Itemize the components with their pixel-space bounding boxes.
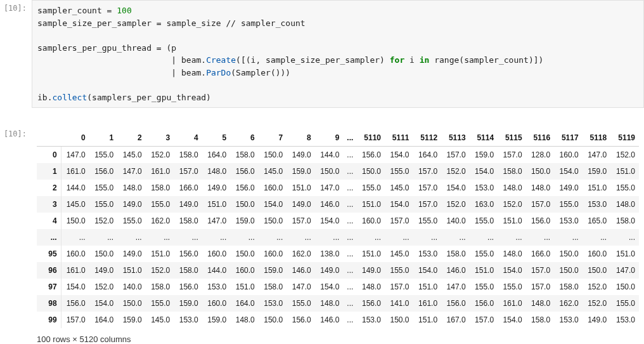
cell-value: 149.0: [117, 196, 146, 213]
cell-value: 151.0: [117, 262, 146, 279]
cell-value: 150.0: [526, 163, 555, 180]
cell-value: 148.0: [357, 279, 385, 295]
cell-value: 161.0: [498, 295, 526, 312]
cell-value: 155.0: [89, 147, 118, 164]
cell-value: 150.0: [554, 262, 583, 279]
code-input[interactable]: sampler_count = 100 sample_size_per_samp…: [32, 0, 644, 108]
row-index: 97: [37, 279, 61, 295]
cell-value: 158.0: [441, 246, 470, 262]
cell-ellipsis: ...: [610, 229, 639, 246]
cell-value: 154.0: [554, 163, 583, 180]
col-header: 5110: [357, 129, 385, 147]
row-index: 98: [37, 295, 61, 312]
cell-value: 159.0: [287, 163, 315, 180]
cell-value: 154.0: [498, 312, 526, 328]
cell-value: 150.0: [554, 246, 583, 262]
cell-value: 156.0: [470, 295, 498, 312]
col-header: 9: [315, 129, 344, 147]
col-header: 5112: [413, 129, 442, 147]
col-ellipsis: ...: [343, 129, 356, 147]
cell-value: 164.0: [230, 295, 259, 312]
cell-value: 149.0: [89, 262, 118, 279]
row-index: 95: [37, 246, 61, 262]
cell-value: 150.0: [315, 163, 344, 180]
cell-value: 156.0: [287, 312, 315, 328]
row-index: 3: [37, 196, 61, 213]
cell-ellipsis: ...: [230, 229, 259, 246]
cell-value: 149.0: [174, 196, 202, 213]
table-row: 1161.0156.0147.0161.0157.0148.0156.0145.…: [37, 163, 639, 180]
cell-value: 145.0: [61, 196, 89, 213]
cell-value: 159.0: [174, 295, 202, 312]
cell-value: 152.0: [441, 196, 470, 213]
table-row: 98156.0154.0150.0155.0159.0160.0164.0153…: [37, 295, 639, 312]
cell-ellipsis: ...: [357, 229, 385, 246]
cell-value: 150.0: [259, 213, 287, 229]
cell-value: 150.0: [385, 312, 413, 328]
cell-value: 155.0: [470, 213, 498, 229]
cell-ellipsis: ...: [583, 229, 611, 246]
cell-value: 157.0: [526, 262, 555, 279]
cell-value: 155.0: [117, 213, 146, 229]
cell-value: 154.0: [315, 213, 344, 229]
table-head: 0123456789...511051115112511351145115511…: [37, 129, 639, 147]
row-index: 4: [37, 213, 61, 229]
fn-create: Create: [206, 55, 236, 65]
cell-value: 155.0: [470, 246, 498, 262]
table-corner: [37, 129, 61, 147]
cell-value: 148.0: [526, 180, 555, 196]
cell-ellipsis: ...: [554, 229, 583, 246]
input-prompt: [10]:: [0, 0, 32, 13]
cell-value: 148.0: [202, 163, 231, 180]
col-header: 7: [259, 129, 287, 147]
cell-value: 166.0: [526, 246, 555, 262]
cell-value: 155.0: [357, 180, 385, 196]
col-header: 5116: [526, 129, 555, 147]
cell-value: 158.0: [610, 213, 639, 229]
cell-value: 156.0: [357, 295, 385, 312]
cell-ellipsis: ...: [315, 229, 344, 246]
cell-value: 153.0: [357, 312, 385, 328]
cell-value: 149.0: [554, 180, 583, 196]
cell-value: 144.0: [202, 262, 231, 279]
cell-value: 146.0: [315, 312, 344, 328]
cell-ellipsis: ...: [343, 295, 356, 312]
cell-value: 156.0: [89, 163, 118, 180]
cell-value: 156.0: [61, 295, 89, 312]
row-index: 0: [37, 147, 61, 164]
cell-ellipsis: ...: [287, 229, 315, 246]
table-row: 4150.0152.0155.0162.0158.0147.0159.0150.…: [37, 213, 639, 229]
code-text: sampler_count: [37, 6, 107, 15]
cell-value: 154.0: [498, 262, 526, 279]
cell-value: 158.0: [146, 180, 174, 196]
cell-ellipsis: ...: [343, 229, 356, 246]
cell-value: 164.0: [413, 147, 442, 164]
cell-value: 149.0: [315, 262, 344, 279]
cell-value: 149.0: [202, 180, 231, 196]
cell-value: 147.0: [610, 262, 639, 279]
cell-value: 157.0: [526, 196, 555, 213]
cell-value: 161.0: [413, 295, 442, 312]
cell-value: 152.0: [89, 213, 118, 229]
cell-value: 151.0: [610, 163, 639, 180]
cell-value: 160.0: [259, 246, 287, 262]
cell-value: 160.0: [230, 262, 259, 279]
col-header: 5114: [470, 129, 498, 147]
cell-value: 152.0: [610, 147, 639, 164]
cell-value: 159.0: [259, 262, 287, 279]
cell-ellipsis: ...: [470, 229, 498, 246]
cell-value: 155.0: [470, 279, 498, 295]
cell-value: 140.0: [117, 279, 146, 295]
cell-value: 152.0: [441, 163, 470, 180]
cell-value: 155.0: [89, 196, 118, 213]
cell-value: 154.0: [385, 196, 413, 213]
cell-value: 147.0: [202, 213, 231, 229]
cell-value: 145.0: [385, 246, 413, 262]
cell-value: 150.0: [230, 196, 259, 213]
cell-value: 154.0: [470, 163, 498, 180]
cell-value: 155.0: [413, 213, 442, 229]
cell-value: 160.0: [202, 295, 231, 312]
cell-value: 157.0: [498, 147, 526, 164]
cell-value: 155.0: [89, 180, 118, 196]
cell-value: 157.0: [413, 196, 442, 213]
